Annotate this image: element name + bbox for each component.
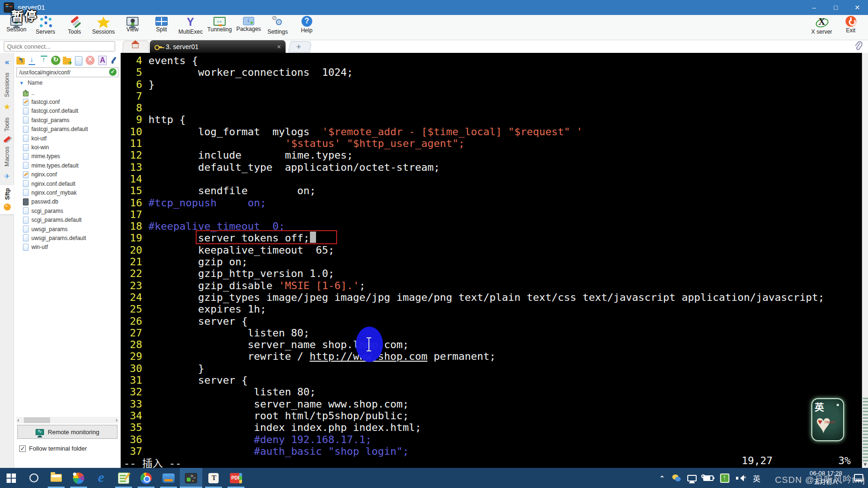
collapse-sidebar-button[interactable]: « bbox=[0, 58, 14, 67]
edge-taskbar-icon[interactable]: e bbox=[90, 468, 112, 488]
horizontal-scrollbar[interactable]: ‹ › bbox=[16, 417, 118, 423]
toolbar-item-sessions[interactable]: Sessions bbox=[89, 15, 118, 40]
pdf-reader-taskbar-icon[interactable] bbox=[225, 468, 247, 488]
sidebar-tab-sftp[interactable]: Sftp bbox=[0, 185, 14, 214]
file-list-item[interactable]: uwsgi_params bbox=[16, 225, 118, 233]
new-file-icon[interactable] bbox=[74, 56, 83, 65]
terminal-line: 13 default_type application/octet-stream… bbox=[124, 161, 824, 173]
macros-plane-icon[interactable]: ✈ bbox=[0, 172, 14, 181]
file-list-item[interactable]: nginx.conf bbox=[16, 170, 118, 179]
delete-icon[interactable] bbox=[86, 56, 95, 65]
file-icon bbox=[23, 217, 29, 224]
file-name: fastcgi.conf.default bbox=[31, 108, 78, 114]
file-list-item[interactable]: nginx.conf.default bbox=[16, 179, 118, 188]
sidebar-tab-sessions[interactable]: Sessions bbox=[3, 73, 10, 97]
toolbar-item-help[interactable]: Help bbox=[292, 15, 321, 40]
code-segment: server { bbox=[148, 315, 248, 327]
quick-connect-input[interactable] bbox=[4, 41, 115, 51]
toolbar-item-tunneling[interactable]: Tunneling bbox=[205, 15, 234, 40]
toolbar-item-split[interactable]: Split bbox=[147, 15, 176, 40]
new-folder-icon[interactable] bbox=[63, 58, 71, 65]
new-tab-button[interactable]: + bbox=[288, 41, 312, 52]
chrome-taskbar-icon[interactable] bbox=[135, 468, 157, 488]
toolbar-item-settings[interactable]: Settings bbox=[263, 15, 292, 40]
file-list-item[interactable]: win-utf bbox=[16, 243, 118, 252]
battery-tray-icon[interactable] bbox=[703, 475, 714, 481]
messaging-tray-icon[interactable] bbox=[671, 474, 681, 482]
minimize-button[interactable]: – bbox=[803, 0, 825, 15]
toolbar-item-label: View bbox=[126, 26, 139, 33]
toolbar-item-x-server[interactable]: X server bbox=[807, 15, 836, 40]
notepad-plus-plus-taskbar-icon[interactable] bbox=[112, 468, 135, 488]
pinwheel-app-taskbar-icon[interactable] bbox=[67, 468, 90, 488]
scrollbar-thumb[interactable] bbox=[24, 417, 50, 423]
path-input[interactable] bbox=[16, 67, 118, 77]
typora-taskbar-icon[interactable] bbox=[202, 468, 225, 488]
file-list-item[interactable]: mime.types bbox=[16, 152, 118, 161]
home-tab[interactable] bbox=[123, 41, 149, 53]
edit-icon[interactable] bbox=[109, 56, 118, 65]
refresh-icon[interactable] bbox=[51, 56, 60, 65]
upload-icon[interactable] bbox=[39, 56, 49, 65]
toolbar-item-view[interactable]: View bbox=[118, 15, 147, 40]
file-list-item[interactable]: fastcgi_params.default bbox=[16, 125, 118, 134]
remote-monitoring-button[interactable]: Remote monitoring bbox=[17, 425, 118, 439]
star-icon[interactable]: ★ bbox=[0, 102, 14, 112]
scroll-down-icon[interactable]: ▼ bbox=[863, 462, 868, 467]
file-explorer-taskbar-icon[interactable] bbox=[45, 468, 67, 488]
start-taskbar-icon[interactable] bbox=[0, 468, 22, 488]
file-list-item[interactable]: fastcgi.conf bbox=[16, 97, 118, 106]
cortana-taskbar-icon[interactable] bbox=[22, 468, 45, 488]
network-tray-icon[interactable] bbox=[687, 475, 697, 481]
sidebar-tab-tools[interactable]: Tools bbox=[3, 117, 10, 131]
terminal[interactable]: 4 events { 5 worker_connections 1024; 6 … bbox=[121, 53, 862, 468]
file-icon bbox=[23, 180, 29, 187]
toolbar-item-exit[interactable]: Exit bbox=[836, 15, 865, 40]
toolbar-item-packages[interactable]: Packages bbox=[234, 15, 263, 40]
file-name: uwsgi_params.default bbox=[31, 235, 86, 241]
terminal-scrollbar-thumb[interactable] bbox=[863, 398, 868, 463]
updater-tray-icon[interactable] bbox=[720, 473, 729, 483]
line-number: 6 bbox=[124, 79, 148, 90]
file-explorer-icon bbox=[51, 474, 62, 482]
tab-close-icon[interactable]: × bbox=[277, 43, 281, 51]
code-segment: listen 80; bbox=[148, 386, 316, 398]
mouse-highlight-overlay bbox=[356, 327, 383, 362]
file-list-item[interactable]: uwsgi_params.default bbox=[16, 233, 118, 242]
vmware-taskbar-icon[interactable] bbox=[157, 468, 180, 488]
follow-terminal-folder-row[interactable]: Follow terminal folder bbox=[19, 445, 87, 452]
file-list-header[interactable]: ▼Name bbox=[16, 80, 118, 87]
file-list-item[interactable]: .. bbox=[16, 88, 118, 97]
download-icon[interactable] bbox=[27, 56, 37, 65]
terminal-scrollbar[interactable]: ▼ bbox=[862, 53, 868, 468]
scroll-left-icon[interactable]: ‹ bbox=[17, 417, 19, 423]
file-list-item[interactable]: koi-win bbox=[16, 143, 118, 152]
tray-expand-icon[interactable]: ⌃ bbox=[659, 474, 665, 482]
sftp-file-panel: ▼Name ..fastcgi.conffastcgi.conf.default… bbox=[15, 53, 121, 468]
close-button[interactable]: ✕ bbox=[846, 0, 868, 15]
volume-muted-icon[interactable]: × bbox=[736, 474, 746, 482]
file-list-item[interactable]: fastcgi_params bbox=[16, 116, 118, 124]
maximize-button[interactable]: □ bbox=[825, 0, 846, 15]
file-list-item[interactable]: nginx.conf_mybak bbox=[16, 188, 118, 197]
parent-folder-icon[interactable] bbox=[16, 58, 25, 65]
tab-server01[interactable]: 3. server01 × bbox=[150, 40, 286, 53]
scroll-right-icon[interactable]: › bbox=[116, 417, 118, 423]
file-list-item[interactable]: passwd.db bbox=[16, 197, 118, 206]
sidebar-tab-macros[interactable]: Macros bbox=[3, 146, 10, 167]
follow-checkbox[interactable] bbox=[19, 445, 26, 452]
file-list-item[interactable]: koi-utf bbox=[16, 134, 118, 143]
ime-indicator[interactable]: 英 bbox=[753, 473, 760, 484]
paperclip-icon[interactable] bbox=[854, 41, 862, 51]
code-segment: gzip_disable bbox=[148, 280, 279, 291]
encoding-icon[interactable] bbox=[97, 56, 106, 65]
toolbar-item-multiexec[interactable]: MultiExec bbox=[176, 15, 205, 40]
file-list-item[interactable]: fastcgi.conf.default bbox=[16, 107, 118, 116]
file-list-item[interactable]: mime.types.default bbox=[16, 161, 118, 170]
file-list-item[interactable]: scgi_params bbox=[16, 206, 118, 215]
toolbar-item-tools[interactable]: Tools bbox=[60, 15, 89, 40]
tools-knife-icon[interactable] bbox=[3, 136, 10, 143]
file-list-item[interactable]: scgi_params.default bbox=[16, 215, 118, 224]
mobaxterm-taskbar-icon[interactable] bbox=[180, 468, 202, 488]
code-segment: http { bbox=[148, 114, 185, 125]
